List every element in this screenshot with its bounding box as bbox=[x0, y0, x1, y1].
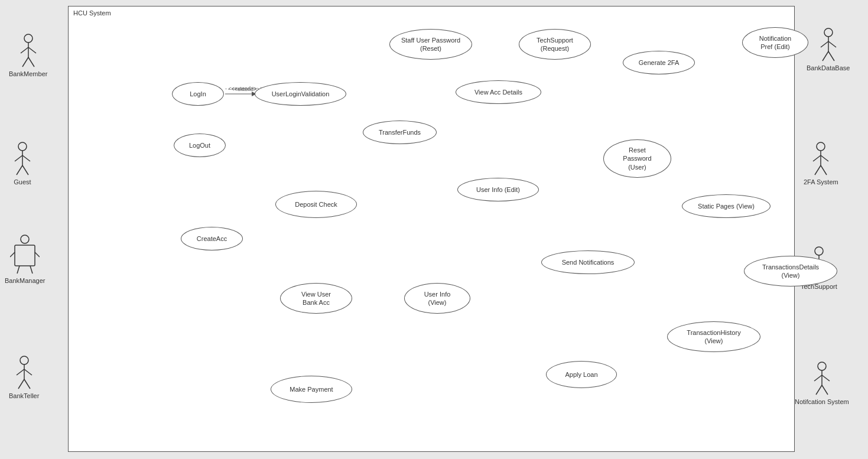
svg-line-34 bbox=[815, 165, 821, 175]
usecase-login: LogIn bbox=[172, 82, 224, 106]
svg-line-26 bbox=[821, 41, 828, 47]
usecase-logout: LogOut bbox=[174, 134, 226, 157]
connections-svg: - <<extend>> - bbox=[69, 6, 794, 451]
svg-line-11 bbox=[22, 165, 28, 175]
diagram-container: HCU System - <<extend>> - LogIn - <<exte… bbox=[68, 6, 795, 452]
svg-point-6 bbox=[18, 142, 27, 151]
svg-line-45 bbox=[822, 375, 830, 381]
svg-line-27 bbox=[828, 41, 836, 47]
svg-line-32 bbox=[813, 155, 821, 161]
actor-bank-teller: BankTeller bbox=[9, 354, 39, 399]
svg-line-21 bbox=[24, 369, 32, 375]
usecase-view-user-bank-acc: View User Bank Acc bbox=[280, 283, 352, 314]
usecase-static-pages-view: Static Pages (View) bbox=[682, 194, 771, 218]
svg-line-47 bbox=[822, 385, 828, 395]
usecase-make-payment: Make Payment bbox=[271, 376, 352, 403]
svg-line-29 bbox=[828, 51, 834, 61]
svg-point-36 bbox=[815, 247, 823, 255]
usecase-view-acc-details: View Acc Details bbox=[456, 80, 541, 104]
svg-line-23 bbox=[24, 379, 30, 389]
actor-bank-member: BankMember bbox=[9, 32, 47, 77]
page: BankMember Guest BankManager bbox=[0, 0, 868, 459]
usecase-transfer-funds: TransferFunds bbox=[363, 121, 437, 144]
svg-line-16 bbox=[17, 266, 19, 274]
svg-point-0 bbox=[24, 34, 32, 43]
actor-guest: Guest bbox=[12, 141, 33, 185]
usecase-transactions-details-view: TransactionsDetails (View) bbox=[744, 256, 837, 287]
svg-line-44 bbox=[814, 375, 822, 381]
usecase-notification-pref-edit: Notification Pref (Edit) bbox=[742, 27, 808, 58]
usecase-user-info-edit: User Info (Edit) bbox=[457, 178, 539, 201]
usecase-apply-loan: Apply Loan bbox=[546, 361, 617, 388]
svg-line-14 bbox=[10, 252, 15, 257]
svg-line-35 bbox=[821, 165, 827, 175]
svg-line-4 bbox=[22, 57, 28, 67]
usecase-transaction-history-view: TransactionHistory (View) bbox=[667, 321, 760, 352]
usecase-user-info-view: User Info (View) bbox=[404, 283, 470, 314]
svg-line-8 bbox=[15, 155, 22, 161]
svg-line-20 bbox=[17, 369, 24, 375]
actor-bank-database: BankDataBase bbox=[807, 27, 850, 71]
usecase-generate-2fa: Generate 2FA bbox=[623, 51, 695, 74]
usecase-staff-password-reset: Staff User Password (Reset) bbox=[389, 29, 472, 60]
usecase-create-acc: CreateAcc bbox=[181, 227, 243, 250]
svg-line-9 bbox=[22, 155, 30, 161]
actor-2fa-system: 2FA System bbox=[804, 141, 838, 185]
actor-notification-system: Notifcation System bbox=[795, 360, 849, 405]
usecase-tech-support-request: TechSupport (Request) bbox=[519, 29, 591, 60]
svg-line-3 bbox=[28, 47, 36, 53]
svg-line-5 bbox=[28, 57, 34, 67]
usecase-deposit-check: Deposit Check bbox=[275, 191, 357, 218]
usecase-send-notifications: Send Notifications bbox=[541, 250, 635, 274]
svg-line-28 bbox=[823, 51, 828, 61]
svg-line-10 bbox=[17, 165, 22, 175]
svg-line-2 bbox=[21, 47, 28, 53]
svg-point-18 bbox=[20, 356, 28, 364]
svg-rect-13 bbox=[15, 245, 35, 266]
diagram-title: HCU System bbox=[73, 9, 111, 17]
svg-point-24 bbox=[824, 28, 833, 37]
svg-line-17 bbox=[30, 266, 32, 274]
svg-line-33 bbox=[821, 155, 828, 161]
usecase-user-login-validation: UserLoginValidation bbox=[255, 82, 346, 106]
svg-point-12 bbox=[21, 235, 29, 243]
svg-point-42 bbox=[818, 362, 826, 370]
usecase-reset-password-user: Reset Password (User) bbox=[603, 139, 671, 178]
svg-point-30 bbox=[817, 142, 825, 151]
svg-line-15 bbox=[35, 252, 40, 257]
svg-line-22 bbox=[18, 379, 24, 389]
svg-line-46 bbox=[816, 385, 822, 395]
actor-bank-manager: BankManager bbox=[5, 233, 45, 284]
